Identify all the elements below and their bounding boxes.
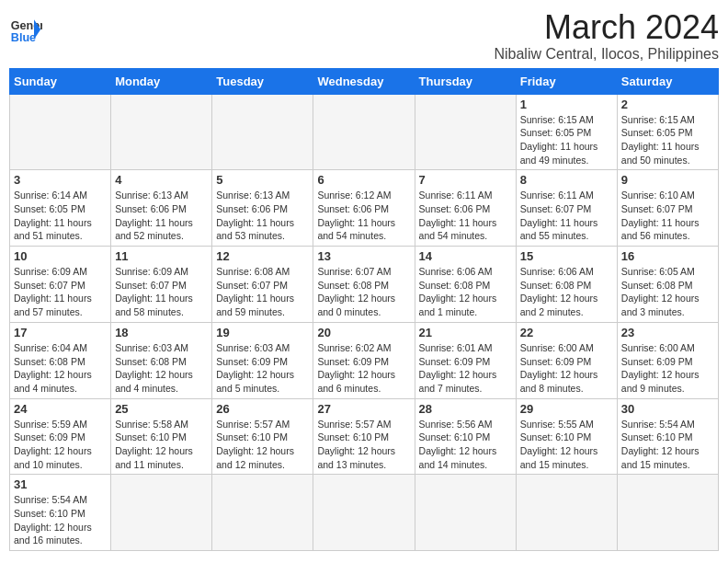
sunrise-text: Sunrise: 5:54 AM — [14, 494, 87, 505]
daylight-text: Daylight: 11 hours and 50 minutes. — [621, 141, 700, 166]
sunset-text: Sunset: 6:10 PM — [520, 431, 592, 442]
sunrise-text: Sunrise: 5:56 AM — [419, 419, 493, 430]
day-number: 21 — [419, 326, 512, 339]
calendar-day-cell — [313, 475, 415, 551]
day-number: 13 — [317, 249, 410, 263]
calendar-day-cell: 20Sunrise: 6:02 AMSunset: 6:09 PMDayligh… — [313, 322, 415, 398]
daylight-text: Daylight: 12 hours and 5 minutes. — [216, 369, 294, 394]
day-info: Sunrise: 6:09 AMSunset: 6:07 PMDaylight:… — [115, 265, 208, 319]
weekday-header-sunday: Sunday — [10, 68, 111, 94]
sunrise-text: Sunrise: 6:01 AM — [419, 342, 493, 353]
calendar-day-cell: 10Sunrise: 6:09 AMSunset: 6:07 PMDayligh… — [10, 247, 111, 323]
sunrise-text: Sunrise: 6:00 AM — [621, 342, 695, 353]
daylight-text: Daylight: 12 hours and 6 minutes. — [317, 369, 395, 394]
calendar-day-cell: 25Sunrise: 5:58 AMSunset: 6:10 PMDayligh… — [111, 398, 212, 475]
weekday-header-row: SundayMondayTuesdayWednesdayThursdayFrid… — [10, 68, 719, 94]
day-info: Sunrise: 6:10 AMSunset: 6:07 PMDaylight:… — [621, 189, 714, 243]
daylight-text: Daylight: 11 hours and 59 minutes. — [216, 293, 294, 317]
sunrise-text: Sunrise: 6:15 AM — [621, 114, 695, 125]
sunset-text: Sunset: 6:06 PM — [115, 203, 187, 214]
sunset-text: Sunset: 6:07 PM — [621, 203, 693, 214]
daylight-text: Daylight: 12 hours and 14 minutes. — [419, 445, 497, 470]
calendar-day-cell: 3Sunrise: 6:14 AMSunset: 6:05 PMDaylight… — [10, 170, 111, 247]
day-number: 15 — [520, 249, 613, 263]
calendar-day-cell: 7Sunrise: 6:11 AMSunset: 6:06 PMDaylight… — [415, 170, 516, 247]
day-number: 28 — [419, 402, 512, 416]
sunrise-text: Sunrise: 6:11 AM — [520, 190, 594, 201]
day-number: 8 — [520, 173, 613, 187]
calendar-week-row: 3Sunrise: 6:14 AMSunset: 6:05 PMDaylight… — [10, 170, 719, 247]
day-info: Sunrise: 6:09 AMSunset: 6:07 PMDaylight:… — [14, 265, 107, 319]
calendar-day-cell: 18Sunrise: 6:03 AMSunset: 6:08 PMDayligh… — [111, 322, 212, 398]
calendar-day-cell: 5Sunrise: 6:13 AMSunset: 6:06 PMDaylight… — [212, 170, 313, 247]
sunset-text: Sunset: 6:06 PM — [419, 203, 491, 214]
day-info: Sunrise: 6:00 AMSunset: 6:09 PMDaylight:… — [621, 341, 714, 396]
day-info: Sunrise: 5:57 AMSunset: 6:10 PMDaylight:… — [216, 418, 309, 472]
day-number: 22 — [520, 326, 613, 339]
day-info: Sunrise: 6:07 AMSunset: 6:08 PMDaylight:… — [317, 265, 410, 319]
day-number: 6 — [317, 173, 410, 187]
sunset-text: Sunset: 6:08 PM — [115, 356, 187, 367]
calendar-day-cell — [415, 475, 516, 551]
sunset-text: Sunset: 6:08 PM — [317, 280, 389, 291]
sunrise-text: Sunrise: 5:54 AM — [621, 419, 695, 430]
sunset-text: Sunset: 6:07 PM — [216, 280, 288, 291]
calendar-day-cell — [212, 475, 313, 551]
svg-text:Blue: Blue — [11, 31, 36, 44]
day-info: Sunrise: 6:15 AMSunset: 6:05 PMDaylight:… — [520, 113, 613, 167]
day-number: 24 — [14, 402, 107, 416]
day-info: Sunrise: 5:59 AMSunset: 6:09 PMDaylight:… — [14, 418, 107, 472]
daylight-text: Daylight: 12 hours and 4 minutes. — [115, 369, 193, 394]
sunset-text: Sunset: 6:09 PM — [419, 356, 491, 367]
sunset-text: Sunset: 6:06 PM — [216, 203, 288, 214]
day-number: 20 — [317, 326, 410, 339]
weekday-header-friday: Friday — [516, 68, 617, 94]
daylight-text: Daylight: 11 hours and 58 minutes. — [115, 293, 193, 317]
day-info: Sunrise: 6:11 AMSunset: 6:07 PMDaylight:… — [520, 189, 613, 243]
day-number: 29 — [520, 402, 613, 416]
sunset-text: Sunset: 6:10 PM — [621, 431, 693, 442]
sunrise-text: Sunrise: 6:15 AM — [520, 114, 594, 125]
calendar-week-row: 17Sunrise: 6:04 AMSunset: 6:08 PMDayligh… — [10, 322, 719, 398]
sunrise-text: Sunrise: 6:03 AM — [216, 342, 290, 353]
sunset-text: Sunset: 6:09 PM — [621, 356, 693, 367]
page-header: General Blue March 2024 Nibaliw Central,… — [9, 9, 719, 63]
day-info: Sunrise: 6:13 AMSunset: 6:06 PMDaylight:… — [115, 189, 208, 243]
sunset-text: Sunset: 6:07 PM — [115, 280, 187, 291]
day-number: 3 — [14, 173, 107, 187]
day-info: Sunrise: 6:01 AMSunset: 6:09 PMDaylight:… — [419, 341, 512, 396]
title-section: March 2024 Nibaliw Central, Ilocos, Phil… — [494, 9, 719, 63]
daylight-text: Daylight: 12 hours and 15 minutes. — [520, 445, 598, 470]
calendar-day-cell: 29Sunrise: 5:55 AMSunset: 6:10 PMDayligh… — [516, 398, 617, 475]
weekday-header-wednesday: Wednesday — [313, 68, 415, 94]
calendar-day-cell: 19Sunrise: 6:03 AMSunset: 6:09 PMDayligh… — [212, 322, 313, 398]
day-number: 26 — [216, 402, 309, 416]
day-info: Sunrise: 5:54 AMSunset: 6:10 PMDaylight:… — [14, 493, 107, 547]
logo-icon: General Blue — [9, 13, 42, 46]
sunrise-text: Sunrise: 6:12 AM — [317, 190, 391, 201]
calendar-week-row: 24Sunrise: 5:59 AMSunset: 6:09 PMDayligh… — [10, 398, 719, 475]
daylight-text: Daylight: 12 hours and 13 minutes. — [317, 445, 395, 470]
calendar-day-cell: 11Sunrise: 6:09 AMSunset: 6:07 PMDayligh… — [111, 247, 212, 323]
day-number: 10 — [14, 249, 107, 263]
logo: General Blue — [9, 9, 42, 46]
sunset-text: Sunset: 6:06 PM — [317, 203, 389, 214]
daylight-text: Daylight: 12 hours and 1 minute. — [419, 293, 497, 317]
sunset-text: Sunset: 6:08 PM — [621, 280, 693, 291]
daylight-text: Daylight: 12 hours and 12 minutes. — [216, 445, 294, 470]
day-info: Sunrise: 6:06 AMSunset: 6:08 PMDaylight:… — [520, 265, 613, 319]
sunrise-text: Sunrise: 6:10 AM — [621, 190, 695, 201]
daylight-text: Daylight: 11 hours and 57 minutes. — [14, 293, 92, 317]
sunset-text: Sunset: 6:09 PM — [317, 356, 389, 367]
sunrise-text: Sunrise: 5:58 AM — [115, 419, 188, 430]
calendar-week-row: 31Sunrise: 5:54 AMSunset: 6:10 PMDayligh… — [10, 475, 719, 551]
sunrise-text: Sunrise: 6:08 AM — [216, 266, 290, 277]
day-info: Sunrise: 6:14 AMSunset: 6:05 PMDaylight:… — [14, 189, 107, 243]
sunset-text: Sunset: 6:10 PM — [216, 431, 288, 442]
calendar-day-cell — [313, 94, 415, 170]
sunrise-text: Sunrise: 5:59 AM — [14, 419, 87, 430]
sunset-text: Sunset: 6:08 PM — [419, 280, 491, 291]
calendar-day-cell: 9Sunrise: 6:10 AMSunset: 6:07 PMDaylight… — [617, 170, 718, 247]
day-number: 18 — [115, 326, 208, 339]
sunset-text: Sunset: 6:10 PM — [115, 431, 187, 442]
